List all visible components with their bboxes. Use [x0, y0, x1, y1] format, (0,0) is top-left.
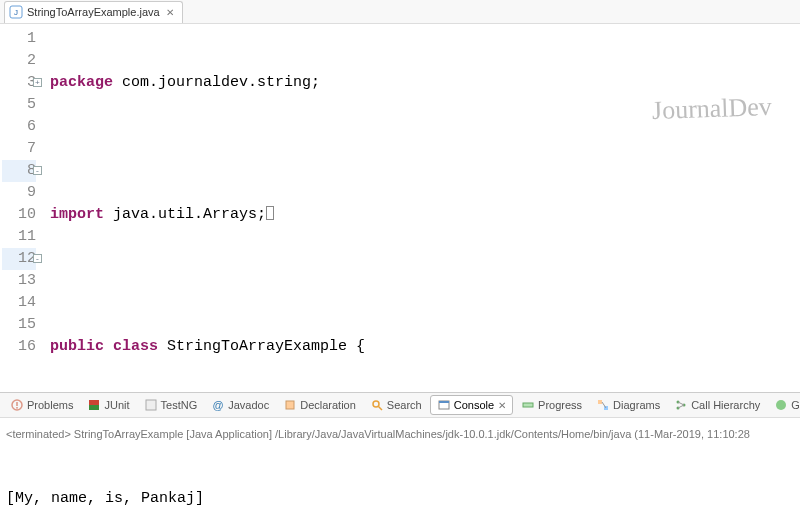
editor-tab-label: StringToArrayExample.java	[27, 6, 160, 18]
tab-diagrams[interactable]: Diagrams	[590, 396, 666, 414]
editor-tab-bar: J StringToArrayExample.java ✕	[0, 0, 800, 24]
progress-icon	[521, 398, 535, 412]
svg-rect-7	[146, 400, 156, 410]
fold-icon[interactable]: +	[33, 78, 42, 87]
console-line: [My, name, is, Pankaj]	[6, 488, 794, 510]
svg-point-21	[776, 400, 786, 410]
svg-rect-9	[286, 401, 294, 409]
tab-testng[interactable]: TestNG	[138, 396, 204, 414]
console-launch-meta: <terminated> StringToArrayExample [Java …	[0, 418, 800, 442]
tab-more[interactable]: G	[768, 396, 800, 414]
fold-icon[interactable]: -	[33, 254, 42, 263]
svg-rect-13	[439, 401, 449, 403]
tab-call-hierarchy[interactable]: Call Hierarchy	[668, 396, 766, 414]
testng-icon	[144, 398, 158, 412]
svg-rect-14	[523, 403, 533, 407]
code-content[interactable]: package com.journaldev.string; import ja…	[44, 24, 800, 392]
svg-rect-6	[89, 400, 99, 405]
close-icon[interactable]: ✕	[166, 7, 174, 18]
close-icon[interactable]: ✕	[498, 400, 506, 411]
call-hierarchy-icon	[674, 398, 688, 412]
tab-junit[interactable]: JUnit	[81, 396, 135, 414]
fold-icon[interactable]: -	[33, 166, 42, 175]
more-icon	[774, 398, 788, 412]
declaration-icon	[283, 398, 297, 412]
code-editor[interactable]: 1 2 3+ 5 6 7 8- 9 10 11 12- 13 14 15 16 …	[0, 24, 800, 392]
console-icon	[437, 398, 451, 412]
svg-rect-3	[16, 402, 18, 406]
tab-javadoc[interactable]: @ Javadoc	[205, 396, 275, 414]
svg-point-10	[373, 401, 379, 407]
tab-problems[interactable]: Problems	[4, 396, 79, 414]
svg-text:@: @	[213, 399, 224, 411]
javadoc-icon: @	[211, 398, 225, 412]
tab-search[interactable]: Search	[364, 396, 428, 414]
svg-rect-4	[16, 407, 18, 409]
diagrams-icon	[596, 398, 610, 412]
svg-rect-15	[598, 400, 602, 404]
tab-declaration[interactable]: Declaration	[277, 396, 362, 414]
cursor-icon	[266, 206, 274, 220]
svg-line-11	[378, 407, 382, 411]
problems-icon	[10, 398, 24, 412]
svg-text:J: J	[14, 8, 18, 17]
java-file-icon: J	[9, 5, 23, 19]
tab-progress[interactable]: Progress	[515, 396, 588, 414]
search-icon	[370, 398, 384, 412]
editor-tab[interactable]: J StringToArrayExample.java ✕	[4, 1, 183, 23]
junit-icon	[87, 398, 101, 412]
console-output[interactable]: [My, name, is, Pankaj] [My, name, is, Pa…	[0, 442, 800, 514]
line-number-gutter: 1 2 3+ 5 6 7 8- 9 10 11 12- 13 14 15 16	[0, 24, 44, 392]
bottom-view-tabs: Problems JUnit TestNG @ Javadoc Declarat…	[0, 392, 800, 418]
tab-console[interactable]: Console ✕	[430, 395, 513, 415]
